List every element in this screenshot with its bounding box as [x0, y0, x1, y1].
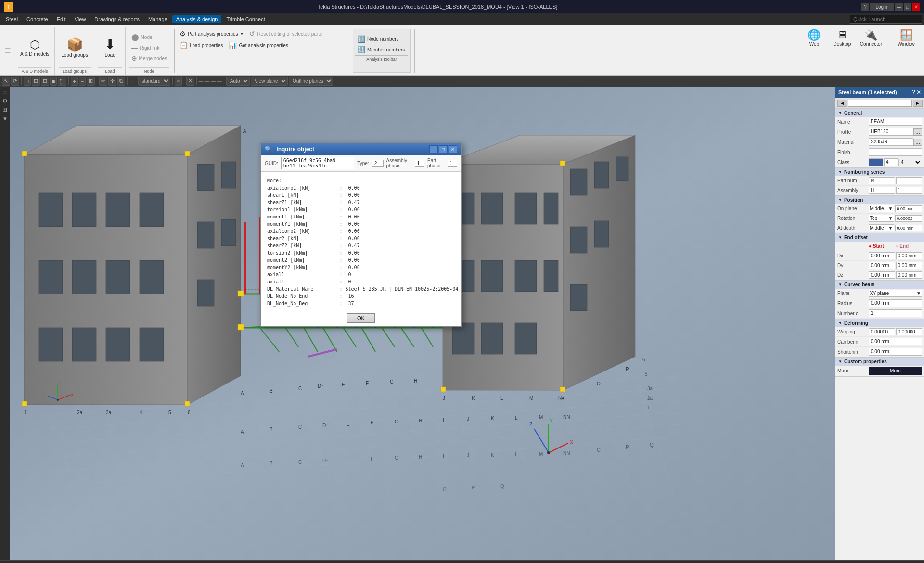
custom-props-header[interactable]: Custom properties	[835, 358, 924, 366]
menu-drawings[interactable]: Drawings & reports	[90, 15, 143, 23]
radius-value[interactable]: 0.00 mm	[869, 299, 922, 307]
tb-line-btn[interactable]: ⊟	[41, 77, 49, 86]
panel-toggle-btn[interactable]: ☰	[5, 47, 11, 55]
close-btn[interactable]: ✕	[912, 3, 920, 11]
tb-rotate-btn[interactable]: ⟳	[11, 77, 19, 86]
quick-launch-input[interactable]	[850, 15, 922, 24]
login-btn[interactable]: Log in	[870, 3, 894, 11]
tb-move-btn[interactable]: ✛	[108, 77, 116, 86]
tb-select-btn[interactable]: ↖	[2, 77, 10, 86]
end-offset-header[interactable]: End offset	[835, 233, 924, 242]
more-button[interactable]: More	[869, 367, 922, 375]
numbering-header[interactable]: Numbering series	[835, 168, 924, 176]
tb-box-select-btn[interactable]: □	[24, 77, 31, 86]
menu-view[interactable]: View	[71, 15, 90, 23]
tb-snap-btn[interactable]: ⋄	[175, 77, 182, 86]
class-num[interactable]: 4	[884, 158, 898, 166]
left-panel-btn-1[interactable]: ☰	[2, 89, 8, 96]
start-dx[interactable]: 0.00 mm	[869, 252, 895, 259]
plane-select[interactable]: XY plane ▼	[869, 290, 922, 297]
tb-zoom-in-btn[interactable]: +	[71, 77, 77, 86]
menu-concrete[interactable]: Concrete	[23, 15, 52, 23]
end-dz[interactable]: 0.00 mm	[896, 271, 923, 279]
left-panel-btn-2[interactable]: ⚙	[2, 98, 8, 104]
dialog-close-btn[interactable]: ✕	[449, 145, 457, 153]
tb-fit-btn[interactable]: ⊞	[87, 77, 95, 86]
material-value[interactable]: S235JR	[869, 138, 913, 146]
menu-manage[interactable]: Manage	[144, 15, 171, 23]
tb-point-btn[interactable]: ⊡	[32, 77, 40, 86]
menu-edit[interactable]: Edit	[53, 15, 70, 23]
part-num-val[interactable]: 1	[896, 177, 923, 184]
dialog-maximize-btn[interactable]: □	[439, 145, 448, 153]
dialog-minimize-btn[interactable]: —	[429, 145, 438, 153]
merge-nodes-btn[interactable]: ⊕ Merge nodes	[129, 53, 169, 63]
load-btn[interactable]: ⬇ Load	[98, 37, 122, 59]
warping-val1[interactable]: 0.00000	[869, 328, 895, 335]
class-select[interactable]: 4	[898, 159, 922, 166]
tb-copy-btn[interactable]: ⧉	[117, 77, 125, 86]
on-plane-mm[interactable]: 0.00 mm	[895, 205, 923, 212]
part-analysis-dropdown[interactable]: ▼	[240, 32, 244, 36]
assembly-prefix[interactable]: H	[869, 187, 895, 194]
maximize-btn[interactable]: □	[904, 3, 911, 11]
menu-analysis[interactable]: Analysis & design	[172, 15, 222, 23]
window-btn[interactable]: 🪟 Window	[894, 29, 918, 73]
profile-value[interactable]: HEB120	[869, 128, 913, 136]
shortening-value[interactable]: 0.00 mm	[869, 348, 922, 356]
general-header[interactable]: General	[835, 109, 924, 117]
node-numbers-btn[interactable]: 🔢 Node numbers	[355, 34, 408, 44]
curved-beam-header[interactable]: Curved beam	[835, 281, 924, 289]
web-btn[interactable]: 🌐 Web	[802, 29, 826, 73]
deforming-header[interactable]: Deforming	[835, 319, 924, 327]
position-header[interactable]: Position	[835, 196, 924, 204]
panel-help-btn[interactable]: ?	[912, 89, 915, 96]
number-c-value[interactable]: 1	[869, 309, 922, 317]
ok-button[interactable]: OK	[347, 313, 375, 323]
node-btn[interactable]: ⬤ Node	[129, 32, 169, 42]
tb-delete-btn[interactable]: ✕	[186, 77, 194, 86]
rotation-mm[interactable]: 0.00002	[895, 215, 923, 222]
at-depth-select[interactable]: Middle ▼	[869, 224, 894, 231]
end-dy[interactable]: 0.00 mm	[896, 262, 923, 269]
cambering-value[interactable]: 0.00 mm	[869, 338, 922, 345]
reset-editing-btn[interactable]: ↺ Reset editing of selected parts	[247, 29, 324, 38]
minimize-btn[interactable]: —	[895, 3, 903, 11]
menu-trimble[interactable]: Trimble Connect	[222, 15, 269, 23]
left-panel-btn-4[interactable]: ★	[2, 115, 8, 122]
desktop-btn[interactable]: 🖥 Desktop	[830, 29, 854, 73]
tb-view-plane-select[interactable]: View plane	[251, 77, 288, 86]
nav-input[interactable]	[848, 100, 912, 107]
on-plane-select[interactable]: Middle ▼	[869, 205, 894, 212]
start-dz[interactable]: 0.00 mm	[869, 271, 895, 279]
at-depth-mm[interactable]: 0.00 mm	[895, 225, 923, 231]
left-panel-btn-3[interactable]: ⊞	[2, 106, 7, 113]
load-properties-btn[interactable]: 📋 Load properties	[178, 40, 225, 50]
viewport[interactable]: 1 2a 3a 4 5 6 A A	[10, 87, 835, 560]
member-numbers-btn[interactable]: 🔢 Member numbers	[355, 45, 408, 54]
load-groups-btn[interactable]: 📦 Load groups	[59, 37, 90, 59]
end-dx[interactable]: 0.00 mm	[896, 252, 923, 259]
profile-edit-btn[interactable]: …	[913, 128, 922, 136]
name-value[interactable]: BEAM	[869, 118, 922, 126]
tb-outline-select[interactable]: Outline planes	[289, 77, 333, 86]
get-analysis-btn[interactable]: 📊 Get analysis properties	[227, 40, 290, 50]
panel-close-btn[interactable]: ✕	[916, 89, 921, 96]
finish-value[interactable]	[869, 148, 922, 156]
nav-next-btn[interactable]: ►	[913, 100, 923, 107]
ad-models-btn[interactable]: ⬡ A & D models	[18, 38, 51, 58]
tb-auto-select[interactable]: Auto	[226, 77, 250, 86]
assembly-num-val[interactable]: 1	[896, 187, 923, 194]
warping-val2[interactable]: 0.00000	[896, 328, 923, 335]
material-edit-btn[interactable]: …	[913, 139, 922, 146]
part-analysis-btn[interactable]: ⚙ Part analysis properties ▼	[178, 29, 245, 38]
tb-wire-btn[interactable]: ⬚	[58, 77, 66, 86]
connector-btn[interactable]: 🔌 Connector	[858, 29, 884, 73]
class-value[interactable]	[869, 158, 883, 166]
tb-standard-select[interactable]: standard	[138, 77, 170, 86]
help-btn[interactable]: ?	[861, 3, 869, 11]
nav-prev-btn[interactable]: ◄	[837, 100, 847, 107]
rotation-select[interactable]: Top ▼	[869, 215, 894, 222]
tb-solid-btn[interactable]: ■	[50, 77, 57, 86]
menu-steel[interactable]: Steel	[2, 15, 22, 23]
